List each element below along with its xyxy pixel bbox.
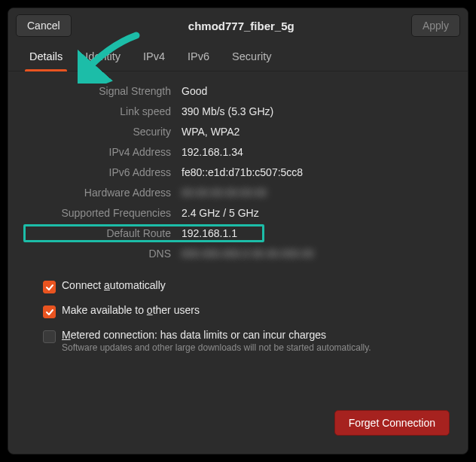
label-supported-frequencies: Supported Frequencies (28, 207, 171, 219)
option-connect-automatically[interactable]: Connect automatically (43, 279, 448, 293)
value-ipv6: fe80::e1d:d71b:c507:5cc8 (182, 166, 448, 178)
label-default-route: Default Route (28, 227, 171, 239)
details-pane: Signal Strength Good Link speed 390 Mb/s… (8, 71, 468, 410)
cancel-label: Cancel (27, 20, 60, 32)
tab-identity[interactable]: Identity (81, 43, 125, 71)
tab-ipv6[interactable]: IPv6 (183, 43, 214, 71)
label-ipv6: IPv6 Address (28, 166, 171, 178)
dialog-title: chmod777_fiber_5g (188, 20, 294, 32)
value-supported-frequencies: 2.4 GHz / 5 GHz (182, 207, 448, 219)
label-ipv4: IPv4 Address (28, 146, 171, 158)
checkbox-metered-connection[interactable] (43, 330, 56, 343)
checkbox-available-to-other-users[interactable] (43, 305, 56, 318)
dialog-header: Cancel chmod777_fiber_5g Apply (8, 8, 468, 43)
apply-label: Apply (423, 20, 449, 32)
option-label: Connect automatically (62, 279, 166, 291)
label-signal-strength: Signal Strength (28, 85, 171, 97)
cancel-button[interactable]: Cancel (16, 14, 72, 37)
options-group: Connect automatically Make available to … (28, 279, 448, 353)
tab-details[interactable]: Details (25, 43, 67, 71)
option-label: Make available to other users (62, 304, 200, 316)
value-hardware-address: 00:00:00:00:00:00 (182, 187, 448, 199)
tab-security[interactable]: Security (227, 43, 276, 71)
label-security: Security (28, 126, 171, 138)
value-default-route: 192.168.1.1 (182, 227, 448, 239)
check-icon (45, 308, 54, 317)
dialog-footer: Forget Connection (8, 410, 468, 454)
connection-settings-dialog: Cancel chmod777_fiber_5g Apply Details I… (8, 8, 468, 454)
option-sublabel: Software updates and other large downloa… (62, 342, 371, 353)
value-ipv4: 192.168.1.34 (182, 146, 448, 158)
value-security: WPA, WPA2 (182, 126, 448, 138)
label-hardware-address: Hardware Address (28, 187, 171, 199)
value-signal-strength: Good (182, 85, 448, 97)
details-grid: Signal Strength Good Link speed 390 Mb/s… (28, 85, 448, 260)
apply-button[interactable]: Apply (411, 14, 460, 37)
option-metered-connection[interactable]: Metered connection: has data limits or c… (43, 329, 448, 353)
option-label: Metered connection: has data limits or c… (62, 329, 371, 341)
value-link-speed: 390 Mb/s (5.3 GHz) (182, 105, 448, 117)
forget-label: Forget Connection (349, 417, 435, 429)
value-dns: 000.000.000.0 00.00.000.00 (182, 248, 448, 260)
tabs-bar: Details Identity IPv4 IPv6 Security (8, 43, 468, 71)
option-available-to-other-users[interactable]: Make available to other users (43, 304, 448, 318)
label-dns: DNS (28, 248, 171, 260)
option-label-block: Metered connection: has data limits or c… (62, 329, 371, 353)
forget-connection-button[interactable]: Forget Connection (334, 410, 450, 436)
checkbox-connect-automatically[interactable] (43, 281, 56, 293)
label-link-speed: Link speed (28, 105, 171, 117)
tab-ipv4[interactable]: IPv4 (139, 43, 169, 71)
check-icon (45, 283, 54, 292)
